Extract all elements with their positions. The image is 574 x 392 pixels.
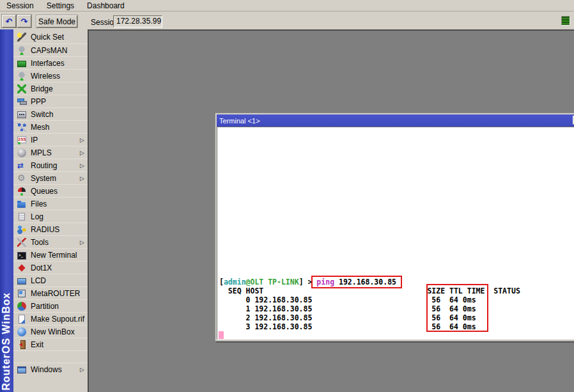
sidebar-item-label: Queues <box>31 187 58 196</box>
doc-icon <box>17 315 26 324</box>
window-icon <box>17 365 26 374</box>
submenu-arrow-icon: ▷ <box>80 239 84 246</box>
sidebar-item-label: Bridge <box>31 84 53 93</box>
sidebar-item-label: Dot1X <box>31 263 52 272</box>
session-address-field[interactable]: 172.28.35.99 <box>113 15 162 27</box>
sidebar-item-label: Switch <box>31 110 53 119</box>
redo-button[interactable]: ↷ <box>17 15 31 27</box>
sidebar-item-label: LCD <box>31 276 46 285</box>
sidebar-item-make-supout-rif[interactable]: Make Supout.rif <box>13 312 88 325</box>
dot1x-icon <box>17 263 26 272</box>
terminal-titlebar[interactable]: Terminal <1> □ × <box>217 114 574 127</box>
sidebar-item-new-winbox[interactable]: New WinBox <box>13 325 88 338</box>
sidebar-item-switch[interactable]: Switch <box>13 107 88 120</box>
sidebar-item-lcd[interactable]: LCD <box>13 274 88 286</box>
sidebar-item-label: Make Supout.rif <box>31 315 84 324</box>
gauge-icon <box>17 46 26 55</box>
routing-icon <box>17 161 26 170</box>
terminal-title: Terminal <1> <box>219 117 260 125</box>
sidebar-item-label: CAPsMAN <box>31 46 67 55</box>
sidebar-item-exit[interactable]: Exit <box>13 338 88 350</box>
door-icon <box>17 340 26 349</box>
terminal-output[interactable]: [admin@OLT TP-LINK] > ping 192.168.30.85… <box>218 127 574 339</box>
submenu-arrow-icon: ▷ <box>80 150 84 156</box>
sidebar-item-partition[interactable]: Partition <box>13 299 88 312</box>
sidebar-item-new-terminal[interactable]: New Terminal <box>13 248 88 261</box>
ping-header-line: SEQ HOST SIZE TTL TIME STATUS <box>219 286 574 295</box>
sidebar-item-label: Wireless <box>31 72 60 81</box>
sidebar-item-mpls[interactable]: MPLS▷ <box>13 146 88 159</box>
sidebar-item-mesh[interactable]: Mesh <box>13 120 88 133</box>
gear-icon <box>17 174 26 183</box>
sidebar-item-label: Quick Set <box>31 33 64 42</box>
sidebar-item-files[interactable]: Files <box>13 197 88 210</box>
submenu-arrow-icon: ▷ <box>80 162 84 169</box>
sidebar-item-system[interactable]: System▷ <box>13 171 88 184</box>
safe-mode-button[interactable]: Safe Mode <box>36 15 77 27</box>
submenu-arrow-icon: ▷ <box>80 137 84 143</box>
sidebar-item-label: PPP <box>31 97 46 106</box>
sidebar-item-interfaces[interactable]: Interfaces <box>13 56 88 69</box>
submenu-arrow-icon: ▷ <box>80 366 84 373</box>
sidebar-gap <box>13 350 88 363</box>
sidebar-item-queues[interactable]: Queues <box>13 184 88 197</box>
sidebar-item-label: Interfaces <box>31 59 65 68</box>
brand-strip: RouterOS WinBox <box>0 29 13 392</box>
ping-result-row: 0 192.168.30.85 56 64 0ms <box>219 295 574 304</box>
sidebar-item-label: MetaROUTER <box>31 289 80 298</box>
sidebar-item-label: Files <box>31 200 47 208</box>
terminal-cursor <box>219 331 224 340</box>
globe-icon <box>17 327 26 336</box>
sidebar-item-label: IP <box>31 136 38 145</box>
terminal-icon <box>17 251 26 260</box>
sidebar-item-label: Log <box>31 212 43 221</box>
menu-session[interactable]: Session <box>0 1 40 10</box>
log-icon <box>17 212 26 221</box>
sidebar-item-radius[interactable]: RADIUS <box>13 223 88 235</box>
terminal-window: Terminal <1> □ × [admin@OLT TP-LINK] > p… <box>215 113 574 341</box>
radius-icon <box>17 225 26 234</box>
terminal-prompt-line: [admin@OLT TP-LINK] > ping 192.168.30.85 <box>219 278 574 286</box>
sidebar-item-log[interactable]: Log <box>13 210 88 223</box>
undo-icon: ↶ <box>6 17 13 26</box>
toolbar: ↶ ↷ Safe Mode Session: 172.28.35.99 <box>0 12 574 29</box>
desktop-area: Terminal <1> □ × [admin@OLT TP-LINK] > p… <box>88 29 574 392</box>
pie-icon <box>17 302 26 311</box>
menu-settings[interactable]: Settings <box>40 1 81 10</box>
sphere-icon <box>17 148 26 157</box>
sidebar-item-label: Partition <box>31 302 59 311</box>
gauge-icon <box>17 72 26 81</box>
sidebar-item-label: RADIUS <box>31 225 59 234</box>
sidebar-item-dot1x[interactable]: Dot1X <box>13 261 88 274</box>
monitor-icon <box>17 289 26 298</box>
ping-result-row: 1 192.168.30.85 56 64 0ms <box>219 304 574 313</box>
sidebar-item-routing[interactable]: Routing▷ <box>13 159 88 171</box>
sidebar-item-label: New Terminal <box>31 251 77 260</box>
sidebar-item-ppp[interactable]: PPP <box>13 95 88 107</box>
sidebar-item-label: Mesh <box>31 123 49 132</box>
sidebar-item-capsman[interactable]: CAPsMAN <box>13 43 88 56</box>
sidebar-item-wireless[interactable]: Wireless <box>13 69 88 82</box>
ppp-icon <box>17 97 26 106</box>
mesh-icon <box>17 123 26 132</box>
switch-icon <box>17 110 26 119</box>
undo-button[interactable]: ↶ <box>2 15 16 27</box>
sidebar-item-label: MPLS <box>31 148 52 157</box>
redo-icon: ↷ <box>21 17 28 26</box>
routeros-winbox-logo: RouterOS WinBox <box>1 292 12 391</box>
ping-result-row: 2 192.168.30.85 56 64 0ms <box>219 313 574 322</box>
sidebar-item-quick-set[interactable]: Quick Set <box>13 31 88 43</box>
folder-icon <box>17 200 26 208</box>
terminal-content[interactable]: [admin@OLT TP-LINK] > ping 192.168.30.85… <box>217 127 574 340</box>
ping-result-row: 3 192.168.30.85 56 64 0ms <box>219 322 574 331</box>
sidebar-item-windows[interactable]: Windows▷ <box>13 363 88 375</box>
bridge-icon <box>17 84 26 93</box>
nic-icon <box>17 59 26 68</box>
sidebar-item-metarouter[interactable]: MetaROUTER <box>13 286 88 299</box>
sidebar-item-ip[interactable]: IP▷ <box>13 133 88 146</box>
menu-dashboard[interactable]: Dashboard <box>81 1 131 10</box>
sidebar-item-label: System <box>31 174 56 183</box>
sidebar-item-bridge[interactable]: Bridge <box>13 82 88 95</box>
sidebar-item-label: New WinBox <box>31 327 75 336</box>
sidebar-item-tools[interactable]: Tools▷ <box>13 235 88 248</box>
